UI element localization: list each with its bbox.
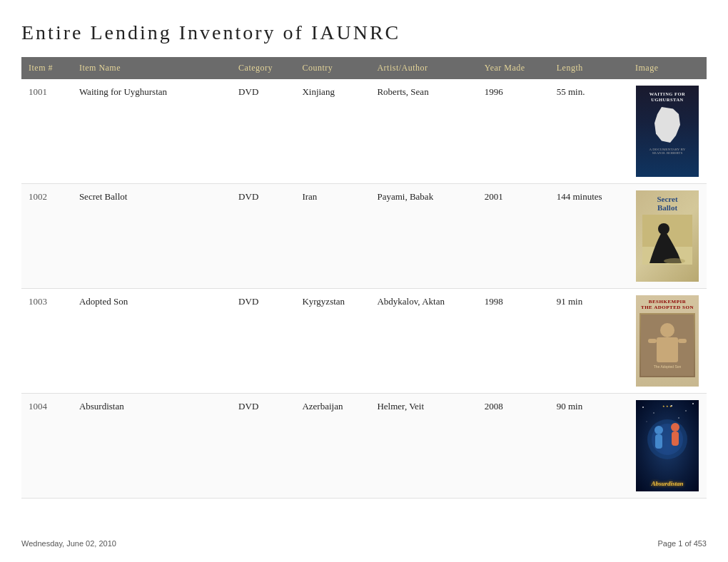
item-name-1001: Waiting for Uyghurstan: [72, 79, 231, 184]
category-1004: DVD: [231, 394, 295, 499]
svg-point-12: [653, 412, 654, 414]
table-header-row: Item # Item Name Category Country Artist…: [21, 57, 707, 79]
artist-1004: Helmer, Veit: [370, 394, 477, 499]
item-number-1001: 1001: [21, 79, 72, 184]
svg-point-20: [654, 426, 663, 434]
year-1002: 2001: [477, 184, 550, 289]
category-1003: DVD: [231, 289, 295, 394]
table-row: 1003 Adopted Son DVD Kyrgyzstan Abdykalo…: [21, 289, 707, 394]
dvd-cover-1004: ★ ★ ★ Absurdistan: [635, 399, 699, 492]
col-item-name: Item Name: [72, 57, 231, 79]
svg-point-3: [664, 258, 685, 264]
item-number-1003: 1003: [21, 289, 72, 394]
col-category: Category: [231, 57, 295, 79]
dvd-cover-1002: SecretBallot: [635, 190, 699, 282]
svg-point-16: [646, 421, 647, 422]
svg-rect-6: [657, 337, 678, 362]
item-name-1003: Adopted Son: [72, 289, 231, 394]
country-1004: Azerbaijan: [295, 394, 370, 499]
col-image: Image: [628, 57, 707, 79]
svg-point-17: [678, 417, 679, 419]
col-artist: Artist/Author: [370, 57, 477, 79]
col-country: Country: [295, 57, 370, 79]
table-row: 1001 Waiting for Uyghurstan DVD Xinjiang…: [21, 79, 707, 184]
footer-date: Wednesday, June 02, 2010: [21, 539, 116, 548]
inventory-table: Item # Item Name Category Country Artist…: [21, 57, 707, 499]
country-1002: Iran: [295, 184, 370, 289]
svg-text:★ ★ ★: ★ ★ ★: [662, 404, 672, 408]
svg-text:The Adopted Son: The Adopted Son: [654, 364, 682, 369]
page-title: Entire Lending Inventory of IAUNRC: [21, 21, 707, 44]
image-cell-1004: ★ ★ ★ Absurdistan: [628, 394, 707, 499]
image-cell-1003: BESHKEMPIRTHE ADOPTED SON: [628, 289, 707, 394]
item-number-1004: 1004: [21, 394, 72, 499]
length-1002: 144 minutes: [550, 184, 628, 289]
image-cell-1002: SecretBallot: [628, 184, 707, 289]
svg-point-5: [660, 323, 674, 337]
year-1001: 1996: [477, 79, 550, 184]
length-1001: 55 min.: [550, 79, 628, 184]
year-1004: 2008: [477, 394, 550, 499]
length-1003: 91 min: [550, 289, 628, 394]
year-1003: 1998: [477, 289, 550, 394]
category-1002: DVD: [231, 184, 295, 289]
item-number-1002: 1002: [21, 184, 72, 289]
svg-rect-8: [678, 339, 687, 343]
stars-decoration: ★ ★ ★: [636, 400, 699, 491]
country-1001: Xinjiang: [295, 79, 370, 184]
absurdistan-title-text: Absurdistan: [651, 480, 683, 487]
svg-point-22: [671, 423, 679, 431]
col-length: Length: [550, 57, 628, 79]
col-year: Year Made: [477, 57, 550, 79]
artist-1001: Roberts, Sean: [370, 79, 477, 184]
country-1003: Kyrgyzstan: [295, 289, 370, 394]
svg-point-11: [642, 407, 644, 408]
table-row: 1002 Secret Ballot DVD Iran Payami, Baba…: [21, 184, 707, 289]
svg-rect-23: [672, 431, 679, 446]
col-item-number: Item #: [21, 57, 72, 79]
image-cell-1001: WAITING FORUGHURSTAN A DOCUMENTARY BYSEA…: [628, 79, 707, 184]
item-name-1002: Secret Ballot: [72, 184, 231, 289]
item-name-1004: Absurdistan: [72, 394, 231, 499]
length-1004: 90 min: [550, 394, 628, 499]
footer-pagination: Page 1 of 453: [657, 539, 707, 548]
page-footer: Wednesday, June 02, 2010 Page 1 of 453: [21, 539, 707, 548]
svg-rect-21: [655, 434, 662, 449]
dvd-cover-1003: BESHKEMPIRTHE ADOPTED SON: [635, 295, 699, 387]
artist-1003: Abdykalov, Aktan: [370, 289, 477, 394]
category-1001: DVD: [231, 79, 295, 184]
dvd-cover-1001: WAITING FORUGHURSTAN A DOCUMENTARY BYSEA…: [635, 85, 699, 178]
artist-1002: Payami, Babak: [370, 184, 477, 289]
svg-point-15: [692, 403, 694, 404]
table-row: 1004 Absurdistan DVD Azerbaijan Helmer, …: [21, 394, 707, 499]
svg-point-14: [685, 410, 687, 412]
svg-rect-7: [648, 339, 657, 343]
